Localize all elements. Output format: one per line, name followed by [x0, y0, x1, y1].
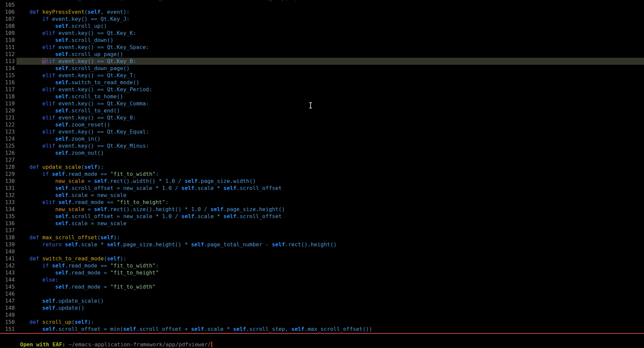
code-line[interactable]: 150 def scroll_up(self):	[0, 318, 644, 326]
code-text[interactable]: if event.key() == Qt.Key_J:	[16, 15, 644, 22]
code-line[interactable]: 133 elif self.read_mode == "fit_to_heigh…	[0, 199, 644, 206]
code-line[interactable]: 149	[0, 311, 644, 318]
code-text[interactable]: self.scale = new_scale	[16, 220, 644, 227]
code-line[interactable]: 108 self.scroll_up()	[0, 22, 644, 30]
code-text[interactable]: self.scroll_down()	[16, 37, 644, 44]
code-text[interactable]: self.scroll_down_page()	[16, 65, 644, 72]
code-line[interactable]: 112 self.scroll_up_page()	[0, 51, 644, 58]
code-text[interactable]: self.switch_to_read_mode()	[16, 79, 644, 86]
code-text[interactable]	[16, 311, 644, 318]
code-text[interactable]: elif event.key() == Qt.Key_K:	[16, 30, 644, 37]
code-text[interactable]: self.scroll_offset = new_scale * 1.0 / s…	[16, 185, 644, 192]
code-line[interactable]: 123 elif event.key() == Qt.Key_Equal:	[0, 128, 644, 135]
code-line[interactable]: 148 self.update()	[0, 304, 644, 311]
code-text[interactable]: self.zoom_reset()	[16, 121, 644, 128]
code-line[interactable]: 131 self.scroll_offset = new_scale * 1.0…	[0, 185, 644, 192]
line-number: 126	[0, 149, 15, 156]
code-line[interactable]: 132 self.scale = new_scale	[0, 192, 644, 199]
code-text[interactable]: def switch_to_read_mode(self):	[16, 255, 644, 262]
minibuffer[interactable]: Open with EAF: ~/emacs-application-frame…	[0, 334, 644, 348]
code-text[interactable]: if self.read_mode == "fit_to_width":	[16, 262, 644, 269]
code-text[interactable]: new_scale = self.rect().size().height() …	[16, 206, 644, 213]
code-line[interactable]: 145 self.read_mode = "fit_to_width"	[0, 283, 644, 290]
code-line[interactable]: 125 elif event.key() == Qt.Key_Minus:	[0, 142, 644, 149]
code-text[interactable]: if self.read_mode == "fit_to_width":	[16, 170, 644, 178]
code-line[interactable]: 120 self.scroll_to_end()	[0, 107, 644, 114]
code-line[interactable]: 136 self.scale = new_scale	[0, 220, 644, 227]
code-text[interactable]: else:	[16, 276, 644, 283]
code-line[interactable]: 119 elif event.key() == Qt.Key_Comma:	[0, 100, 644, 107]
code-line[interactable]: 109 elif event.key() == Qt.Key_K:	[0, 30, 644, 37]
code-line[interactable]: 140	[0, 248, 644, 255]
editor-buffer[interactable]: 104 self.scroll_offset = max(self.scroll…	[0, 0, 644, 333]
code-line[interactable]: 127	[0, 156, 644, 163]
code-text[interactable]: self.update()	[16, 304, 644, 311]
code-text[interactable]: def keyPressEvent(self, event):	[16, 8, 644, 15]
code-line[interactable]: 110 self.scroll_down()	[0, 37, 644, 44]
code-line[interactable]: 147 self.update_scale()	[0, 297, 644, 304]
code-text[interactable]: new_scale = self.rect().width() * 1.0 / …	[16, 178, 644, 185]
code-line[interactable]: 113 elif event.key() == Qt.Key_B:	[0, 58, 644, 65]
code-line[interactable]: 116 self.switch_to_read_mode()	[0, 79, 644, 86]
code-line[interactable]: 117 elif event.key() == Qt.Key_Period:	[0, 86, 644, 93]
code-line[interactable]: 111 elif event.key() == Qt.Key_Space:	[0, 44, 644, 51]
code-text[interactable]: self.scroll_up()	[16, 22, 644, 30]
line-number: 107	[0, 15, 15, 22]
code-text[interactable]	[16, 248, 644, 255]
code-text[interactable]: elif event.key() == Qt.Key_Space:	[16, 44, 644, 51]
code-line[interactable]: 134 new_scale = self.rect().size().heigh…	[0, 206, 644, 213]
code-line[interactable]: 143 self.read_mode = "fit_to_height"	[0, 269, 644, 276]
code-line[interactable]: 126 self.zoom_out()	[0, 149, 644, 156]
code-line[interactable]: 130 new_scale = self.rect().width() * 1.…	[0, 178, 644, 185]
code-text[interactable]: self.scroll_to_home()	[16, 93, 644, 100]
minibuffer-input[interactable]: ~/emacs-application-framework/app/pdfvie…	[68, 341, 211, 348]
code-text[interactable]: def scroll_up(self):	[16, 318, 644, 326]
code-text[interactable]: self.scroll_offset = new_scale * 1.0 / s…	[16, 213, 644, 220]
code-line[interactable]: 107 if event.key() == Qt.Key_J:	[0, 15, 644, 22]
code-text[interactable]: def update_scale(self):	[16, 163, 644, 170]
code-text[interactable]: self.zoom_out()	[16, 149, 644, 156]
code-line[interactable]: 105	[0, 1, 644, 8]
code-line[interactable]: 129 if self.read_mode == "fit_to_width":	[0, 170, 644, 178]
code-line[interactable]: 122 self.zoom_reset()	[0, 121, 644, 128]
code-text[interactable]: def max_scroll_offset(self):	[16, 234, 644, 241]
code-text[interactable]: self.scroll_up_page()	[16, 51, 644, 58]
code-line[interactable]: 118 self.scroll_to_home()	[0, 93, 644, 100]
minibuffer-line[interactable]: Open with EAF: ~/emacs-application-frame…	[0, 334, 644, 341]
code-line[interactable]: 151 self.scroll_offset = min(self.scroll…	[0, 326, 644, 333]
code-line[interactable]: 114 self.scroll_down_page()	[0, 65, 644, 72]
code-line[interactable]: 124 self.zoom_in()	[0, 135, 644, 142]
code-text[interactable]: elif self.read_mode == "fit_to_height":	[16, 199, 644, 206]
code-line[interactable]: 135 self.scroll_offset = new_scale * 1.0…	[0, 213, 644, 220]
code-text[interactable]: self.scale = new_scale	[16, 192, 644, 199]
code-text[interactable]: elif event.key() == Qt.Key_Period:	[16, 86, 644, 93]
code-line[interactable]: 146	[0, 290, 644, 297]
code-text[interactable]: elif event.key() == Qt.Key_Equal:	[16, 128, 644, 135]
code-text[interactable]: elif event.key() == Qt.Key_Comma:	[16, 100, 644, 107]
code-text[interactable]	[16, 227, 644, 234]
code-line[interactable]: 139 return self.scale * self.page_size.h…	[0, 241, 644, 248]
code-text[interactable]: self.update_scale()	[16, 297, 644, 304]
code-text[interactable]: self.read_mode = "fit_to_width"	[16, 283, 644, 290]
code-text[interactable]	[16, 1, 644, 8]
code-text[interactable]: self.read_mode = "fit_to_height"	[16, 269, 644, 276]
code-line[interactable]: 128 def update_scale(self):	[0, 163, 644, 170]
code-line[interactable]: 141 def switch_to_read_mode(self):	[0, 255, 644, 262]
code-text[interactable]: self.scroll_offset = min(self.scroll_off…	[16, 326, 644, 333]
code-text[interactable]: elif event.key() == Qt.Key_T:	[16, 72, 644, 79]
code-text[interactable]: elif event.key() == Qt.Key_B:	[16, 58, 644, 65]
code-text[interactable]: elif event.key() == Qt.Key_Minus:	[16, 142, 644, 149]
code-text[interactable]: elif event.key() == Qt.Key_0:	[16, 114, 644, 121]
code-line[interactable]: 115 elif event.key() == Qt.Key_T:	[0, 72, 644, 79]
code-line[interactable]: 121 elif event.key() == Qt.Key_0:	[0, 114, 644, 121]
code-text[interactable]	[16, 156, 644, 163]
code-line[interactable]: 137	[0, 227, 644, 234]
code-text[interactable]	[16, 290, 644, 297]
code-text[interactable]: self.zoom_in()	[16, 135, 644, 142]
code-line[interactable]: 144 else:	[0, 276, 644, 283]
code-line[interactable]: 142 if self.read_mode == "fit_to_width":	[0, 262, 644, 269]
code-line[interactable]: 138 def max_scroll_offset(self):	[0, 234, 644, 241]
code-line[interactable]: 106 def keyPressEvent(self, event):	[0, 8, 644, 15]
code-text[interactable]: self.scroll_to_end()	[16, 107, 644, 114]
code-text[interactable]: return self.scale * self.page_size.heigh…	[16, 241, 644, 248]
